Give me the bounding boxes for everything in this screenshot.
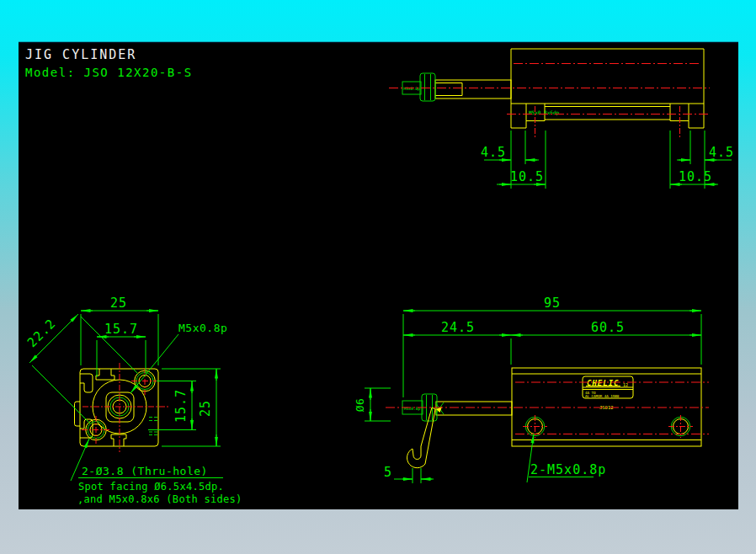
nameplate-small-2: AL CAMOR 4A 1980 (585, 394, 620, 398)
dim-text: 15.7 (104, 322, 138, 337)
dim-text: 15.7 (173, 389, 189, 423)
page-title: JIG CYLINDER (25, 47, 136, 62)
dim-text: 60.5 (591, 320, 625, 335)
dim-text: Ø6 (354, 398, 366, 413)
rod-thread-label: M5x0.8p (404, 407, 421, 411)
rod-thread-label: M5x0.8p (404, 87, 421, 91)
brand-size: 12 (623, 382, 628, 387)
callout-text: 2-M5x0.8p (530, 462, 606, 477)
dim-text: 4.5 (481, 145, 506, 160)
dim-text: 5 (384, 465, 392, 480)
dim-text: 25 (198, 400, 213, 417)
note-line-3: ,and M5x0.8x6 (Both sides) (77, 493, 242, 505)
dim-text: 25 (110, 296, 127, 311)
cad-paper (19, 43, 738, 509)
dim-text: 4.5 (709, 145, 734, 160)
port-thread-label: M5x0.8x6dp. (529, 109, 562, 116)
drawing-canvas[interactable]: JIG CYLINDER Model: JSO 12X20-B-S M5x0.8… (0, 0, 756, 554)
note-line-1: 2-Ø3.8 (Thru-hole) (82, 465, 208, 477)
dim-text: 24.5 (441, 320, 475, 335)
dim-text: 10.5 (679, 169, 712, 184)
callout-text: M5x0.8p (178, 322, 227, 334)
note-line-2: Spot facing Ø6.5x4.5dp. (78, 481, 224, 493)
dim-text: 95 (544, 296, 561, 311)
model-line: Model: JSO 12X20-B-S (25, 66, 193, 79)
dim-text: 10.5 (510, 169, 544, 184)
